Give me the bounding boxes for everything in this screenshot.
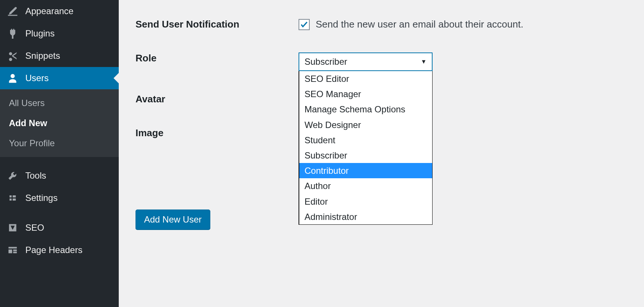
snippets-icon <box>7 51 25 61</box>
sidebar-item-appearance[interactable]: Appearance <box>0 0 119 22</box>
sidebar-separator <box>0 209 119 217</box>
sidebar-item-seo[interactable]: SEO <box>0 217 119 239</box>
role-dropdown: SEO Editor SEO Manager Manage Schema Opt… <box>299 71 433 225</box>
sidebar-item-plugins[interactable]: Plugins <box>0 22 119 45</box>
page-headers-icon <box>7 245 25 255</box>
notification-checkbox[interactable] <box>299 19 310 30</box>
role-option[interactable]: Subscriber <box>299 148 432 163</box>
sidebar-item-label: SEO <box>25 223 44 233</box>
submenu-your-profile[interactable]: Your Profile <box>0 133 119 153</box>
sidebar-item-tools[interactable]: Tools <box>0 164 119 187</box>
appearance-icon <box>7 6 25 16</box>
sidebar-item-users[interactable]: Users <box>0 67 119 89</box>
users-icon <box>7 73 25 83</box>
role-option[interactable]: Author <box>299 178 432 194</box>
users-submenu: All Users Add New Your Profile <box>0 89 119 157</box>
settings-icon <box>7 193 25 203</box>
submenu-all-users[interactable]: All Users <box>0 93 119 113</box>
notification-text: Send the new user an email about their a… <box>316 19 523 30</box>
role-option[interactable]: SEO Manager <box>299 86 432 102</box>
role-label: Role <box>136 52 299 64</box>
sidebar-item-label: Tools <box>25 170 46 181</box>
sidebar-item-label: Settings <box>25 193 58 203</box>
sidebar-item-settings[interactable]: Settings <box>0 187 119 209</box>
role-option[interactable]: Student <box>299 132 432 148</box>
role-option[interactable]: Contributor <box>299 163 432 178</box>
role-row: Role Subscriber ▼ SEO Editor SEO Manager… <box>136 52 627 71</box>
plugins-icon <box>7 28 25 39</box>
main-content: Send User Notification Send the new user… <box>119 0 644 307</box>
sidebar-item-label: Users <box>25 73 49 83</box>
role-option[interactable]: Manage Schema Options <box>299 102 432 117</box>
submenu-add-new[interactable]: Add New <box>0 113 119 133</box>
admin-sidebar: Appearance Plugins Snippets Users All Us… <box>0 0 119 307</box>
sidebar-item-label: Appearance <box>25 6 73 16</box>
role-selected-value: Subscriber <box>305 57 347 67</box>
sidebar-item-page-headers[interactable]: Page Headers <box>0 239 119 261</box>
image-label: Image <box>136 127 299 139</box>
role-option[interactable]: Web Designer <box>299 117 432 132</box>
tools-icon <box>7 170 25 181</box>
notification-row: Send User Notification Send the new user… <box>136 19 627 30</box>
role-option[interactable]: SEO Editor <box>299 71 432 86</box>
avatar-label: Avatar <box>136 93 299 105</box>
sidebar-item-label: Snippets <box>25 51 60 61</box>
sidebar-item-label: Plugins <box>25 28 55 39</box>
seo-icon <box>7 223 25 233</box>
chevron-down-icon: ▼ <box>421 58 427 65</box>
role-option[interactable]: Administrator <box>299 209 432 224</box>
add-new-user-button[interactable]: Add New User <box>136 210 210 230</box>
role-select[interactable]: Subscriber ▼ <box>299 52 433 71</box>
sidebar-separator <box>0 157 119 164</box>
notification-label: Send User Notification <box>136 19 299 30</box>
sidebar-item-snippets[interactable]: Snippets <box>0 45 119 67</box>
sidebar-item-label: Page Headers <box>25 245 82 255</box>
role-option[interactable]: Editor <box>299 194 432 209</box>
